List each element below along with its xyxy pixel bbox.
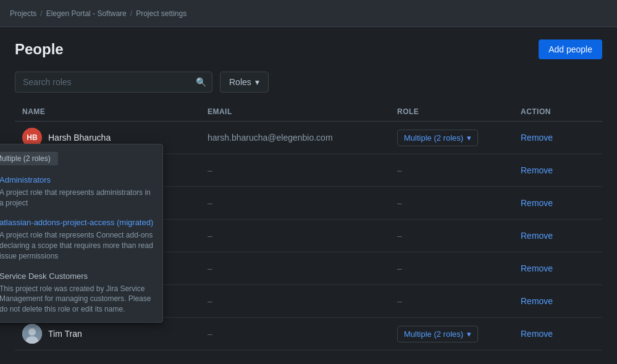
remove-action[interactable]: Remove bbox=[521, 263, 595, 273]
page-title: People bbox=[15, 41, 64, 58]
col-role: Role bbox=[397, 107, 521, 116]
avatar bbox=[22, 324, 42, 344]
role-label: Multiple (2 roles) bbox=[404, 329, 463, 339]
breadcrumb-settings[interactable]: Project settings bbox=[136, 9, 187, 18]
email-cell: harsh.bharucha@elegenbio.com bbox=[208, 133, 397, 143]
table-header: Name Email Role Action bbox=[15, 102, 602, 122]
administrators-role-desc: A project role that represents administr… bbox=[0, 188, 155, 209]
breadcrumb-projects[interactable]: Projects bbox=[10, 9, 36, 18]
email-cell: – bbox=[208, 231, 397, 241]
role-cell: – bbox=[397, 198, 521, 208]
email-cell: – bbox=[208, 198, 397, 208]
col-name: Name bbox=[22, 107, 208, 116]
email-cell: – bbox=[208, 296, 397, 306]
svg-point-1 bbox=[28, 328, 36, 336]
email-cell: – bbox=[208, 263, 397, 273]
user-name: Tim Tran bbox=[48, 329, 82, 339]
role-label: Multiple (2 roles) bbox=[404, 133, 463, 143]
col-action: Action bbox=[521, 107, 595, 116]
page-header: People Add people bbox=[15, 39, 602, 59]
role-cell: – bbox=[397, 165, 521, 175]
service-desk-role-name: Service Desk Customers bbox=[0, 271, 155, 282]
administrators-role-name: Administrators bbox=[0, 175, 155, 186]
remove-action[interactable]: Remove bbox=[521, 198, 595, 208]
dropdown-item-administrators[interactable]: Administrators A project role that repre… bbox=[0, 170, 162, 213]
role-dropdown[interactable]: Multiple (2 roles) ▾ bbox=[397, 130, 478, 146]
atlassian-addons-role-desc: A project role that represents Connect a… bbox=[0, 230, 155, 261]
col-email: Email bbox=[208, 107, 397, 116]
search-icon: 🔍 bbox=[196, 77, 206, 87]
breadcrumb-sep-1: / bbox=[40, 9, 42, 18]
user-name: Harsh Bharucha bbox=[48, 133, 111, 143]
email-cell: – bbox=[208, 329, 397, 339]
remove-action[interactable]: Remove bbox=[521, 133, 595, 143]
roles-filter-button[interactable]: Roles ▾ bbox=[220, 72, 269, 93]
breadcrumb-portal[interactable]: Elegen Portal - Software bbox=[46, 9, 127, 18]
breadcrumb: Projects / Elegen Portal - Software / Pr… bbox=[10, 9, 187, 18]
remove-action[interactable]: Remove bbox=[521, 165, 595, 175]
atlassian-addons-role-name: atlassian-addons-project-access (migrate… bbox=[0, 218, 155, 228]
dropdown-arrow-icon: ▾ bbox=[467, 133, 471, 143]
search-input[interactable] bbox=[15, 72, 212, 93]
remove-action[interactable]: Remove bbox=[521, 296, 595, 306]
table-row: HB Harsh Bharucha harsh.bharucha@elegenb… bbox=[15, 122, 602, 154]
dropdown-tooltip: Multiple (2 roles) bbox=[0, 152, 58, 165]
role-cell: – bbox=[397, 263, 521, 273]
dropdown-arrow-icon: ▾ bbox=[467, 329, 471, 339]
role-cell: – bbox=[397, 231, 521, 241]
add-people-button[interactable]: Add people bbox=[539, 39, 602, 59]
role-cell: Multiple (2 roles) ▾ Multiple (2 roles) … bbox=[397, 130, 521, 146]
top-bar: Projects / Elegen Portal - Software / Pr… bbox=[0, 0, 617, 27]
breadcrumb-sep-2: / bbox=[130, 9, 132, 18]
remove-action[interactable]: Remove bbox=[521, 329, 595, 339]
role-dropdown-popup: Multiple (2 roles) Administrators A proj… bbox=[0, 144, 163, 323]
dropdown-item-service-desk[interactable]: Service Desk Customers This project role… bbox=[0, 267, 162, 320]
remove-action[interactable]: Remove bbox=[521, 231, 595, 241]
user-photo-icon bbox=[22, 324, 42, 344]
role-dropdown[interactable]: Multiple (2 roles) ▾ bbox=[397, 326, 478, 342]
chevron-down-icon: ▾ bbox=[255, 77, 259, 87]
main-content: People Add people 🔍 Roles ▾ Name Email R… bbox=[0, 27, 617, 363]
user-cell: Tim Tran bbox=[22, 324, 208, 344]
service-desk-role-desc: This project role was created by Jira Se… bbox=[0, 284, 155, 315]
role-cell: Multiple (2 roles) ▾ bbox=[397, 326, 521, 342]
table: Name Email Role Action HB Harsh Bharucha… bbox=[15, 102, 602, 350]
email-cell: – bbox=[208, 165, 397, 175]
search-wrapper: 🔍 bbox=[15, 72, 212, 93]
toolbar: 🔍 Roles ▾ bbox=[15, 72, 602, 93]
role-cell: – bbox=[397, 296, 521, 306]
dropdown-item-atlassian-addons[interactable]: atlassian-addons-project-access (migrate… bbox=[0, 213, 162, 266]
roles-button-label: Roles bbox=[229, 77, 251, 87]
